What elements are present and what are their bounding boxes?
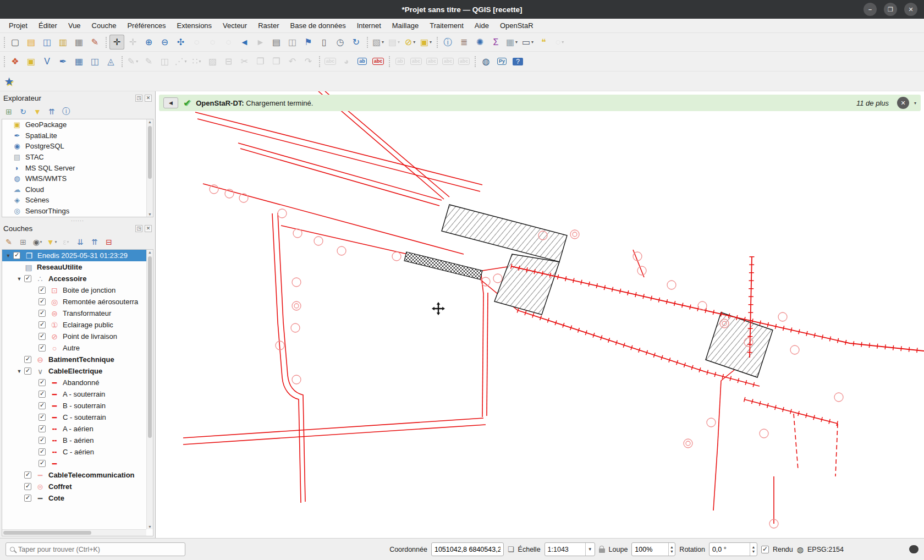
layer-row[interactable]: ▼ ∴ Accessoire: [2, 273, 153, 284]
messages-bubble-icon[interactable]: [909, 545, 919, 553]
modify-attributes-button[interactable]: ▨▾: [205, 54, 220, 69]
add-feature-button[interactable]: ⋰▾: [173, 54, 188, 69]
layer-visibility-checkbox[interactable]: [24, 495, 31, 502]
paste-features-button[interactable]: ❒▾: [269, 54, 284, 69]
menu-preferences[interactable]: Préférences: [122, 19, 171, 32]
cut-features-button[interactable]: ✂▾: [237, 54, 252, 69]
save-project-button[interactable]: ◫▾: [40, 35, 54, 50]
rotate-label-button[interactable]: abc▾: [441, 54, 455, 69]
filter-by-expression-button[interactable]: ε▾: [59, 236, 73, 248]
layer-visibility-checkbox[interactable]: [38, 344, 46, 352]
expander-icon[interactable]: ▼: [4, 253, 12, 259]
pan-map-button[interactable]: ✛▾: [109, 35, 124, 50]
scrollbar-thumb[interactable]: [148, 126, 152, 179]
zoom-to-selection-button[interactable]: ◌▾: [189, 35, 204, 50]
labeling-options-button[interactable]: abc▾: [323, 54, 338, 69]
scroll-up-icon[interactable]: ▲: [147, 120, 153, 124]
layer-row[interactable]: ▼ ❐ Enedis 2025-05-31 01:23:29: [2, 250, 153, 261]
layer-row[interactable]: ▼ ⊖ BatimentTechnique: [2, 354, 153, 365]
python-console-button[interactable]: Py▾: [494, 54, 509, 69]
map-tips-button[interactable]: ❝▾: [536, 35, 551, 50]
redo-button[interactable]: ↷▾: [301, 54, 316, 69]
layer-row[interactable]: ▼ ━ A - souterrain: [2, 388, 153, 400]
layer-visibility-checkbox[interactable]: [38, 425, 46, 432]
layer-visibility-checkbox[interactable]: [24, 367, 31, 375]
float-panel-button[interactable]: ◳: [135, 95, 142, 102]
pan-to-selection-button[interactable]: ✛▾: [125, 35, 140, 50]
scale-combobox[interactable]: 1:1043 ▼: [544, 542, 595, 556]
browser-sensorthings[interactable]: ◎SensorThings: [2, 206, 153, 217]
browser-spatialite[interactable]: ✒SpatiaLite: [2, 130, 153, 141]
layer-visibility-checkbox[interactable]: [24, 356, 31, 363]
menu-editer[interactable]: Éditer: [33, 19, 63, 32]
minimize-button[interactable]: –: [864, 3, 877, 16]
layers-hscrollbar[interactable]: [2, 529, 146, 536]
layer-row[interactable]: ▼ ① Eclairage public: [2, 319, 153, 331]
copy-features-button[interactable]: ❐▾: [253, 54, 268, 69]
new-print-layout-button[interactable]: ▥▾: [56, 35, 70, 50]
layer-row[interactable]: ▼ ○ Autre: [2, 342, 153, 354]
message-bar-dropdown-icon[interactable]: ▾: [914, 101, 916, 106]
save-layer-edits-button[interactable]: ◫▾: [157, 54, 172, 69]
diagram-options-button[interactable]: ◕▾: [339, 54, 354, 69]
help-button[interactable]: ?▾: [510, 54, 525, 69]
layer-row[interactable]: ▼ ━ Abandonné: [2, 377, 153, 388]
browser-stac[interactable]: ▤STAC: [2, 152, 153, 163]
crs-status[interactable]: EPSG:2154: [807, 546, 844, 553]
layer-visibility-checkbox[interactable]: [38, 298, 46, 305]
layer-row[interactable]: ▼ ◎ Remontée aérosouterra: [2, 296, 153, 308]
browser-geopackage[interactable]: ▣GeoPackage: [2, 119, 153, 130]
measure-line-button[interactable]: ▭▾: [520, 35, 535, 50]
layer-visibility-checkbox[interactable]: [38, 460, 46, 467]
deselect-features-button[interactable]: ⊘▾: [403, 35, 417, 50]
menu-base-de-donnees[interactable]: Base de données: [284, 19, 351, 32]
scroll-up-icon[interactable]: ▲: [147, 250, 153, 254]
new-project-button[interactable]: ▢▾: [8, 35, 23, 50]
locator-search-input[interactable]: [18, 546, 181, 553]
menu-vecteur[interactable]: Vecteur: [217, 19, 252, 32]
pin-labels-button[interactable]: ab▾: [393, 54, 408, 69]
coordinate-extent-toggle-icon[interactable]: ❏: [508, 545, 514, 553]
chevron-down-icon[interactable]: ▼: [585, 543, 595, 556]
zoom-in-button[interactable]: ⊕▾: [141, 35, 156, 50]
menu-maillage[interactable]: Maillage: [387, 19, 424, 32]
collapse-all-button[interactable]: ⇈▾: [45, 106, 58, 118]
layer-visibility-checkbox[interactable]: [38, 437, 46, 444]
layer-row[interactable]: ▼ ╍ A - aérien: [2, 423, 153, 435]
layer-visibility-checkbox[interactable]: [38, 414, 46, 421]
menu-couche[interactable]: Couche: [86, 19, 122, 32]
menu-aide[interactable]: Aide: [469, 19, 494, 32]
new-mesh-layer-button[interactable]: ◬▾: [103, 54, 118, 69]
browser-vscrollbar[interactable]: ▲ ▼: [146, 119, 153, 217]
change-label-button[interactable]: abc▾: [457, 54, 471, 69]
new-shapefile-layer-button[interactable]: V▾: [40, 54, 54, 69]
manage-map-themes-button[interactable]: ◉▾: [31, 236, 44, 248]
move-label-button[interactable]: abc▾: [425, 54, 439, 69]
vertex-tool-button[interactable]: ∷▾: [189, 54, 204, 69]
layer-row[interactable]: ▼ ╍ C - aérien: [2, 446, 153, 458]
layer-row[interactable]: ▼ ∨ CableElectrique: [2, 365, 153, 377]
properties-widget-button[interactable]: ⓘ▾: [59, 106, 73, 118]
select-by-location-button[interactable]: ▣▾: [419, 35, 433, 50]
layer-visibility-checkbox[interactable]: [38, 379, 46, 386]
menu-extensions[interactable]: Extensions: [172, 19, 218, 32]
layer-visibility-checkbox[interactable]: [38, 287, 46, 294]
menu-vue[interactable]: Vue: [63, 19, 86, 32]
open-layer-styling-button[interactable]: ✎▾: [2, 236, 15, 248]
expander-icon[interactable]: ▼: [15, 369, 23, 374]
layer-row[interactable]: ▼ ━: [2, 458, 153, 469]
show-layout-manager-button[interactable]: ▦▾: [72, 35, 86, 50]
delete-selected-button[interactable]: ⊟▾: [221, 54, 236, 69]
expand-all-button[interactable]: ⇊▾: [74, 236, 87, 248]
zoom-next-button[interactable]: ►▾: [253, 35, 268, 50]
close-panel-button[interactable]: ✕: [145, 225, 152, 232]
zoom-last-button[interactable]: ◄▾: [237, 35, 252, 50]
close-message-button[interactable]: ✕: [897, 97, 909, 109]
filter-browser-button[interactable]: ▼▾: [31, 106, 44, 118]
spinner-arrows-icon[interactable]: ▲▼: [750, 543, 757, 556]
select-features-button[interactable]: ▧▾: [371, 35, 386, 50]
current-edits-button[interactable]: ✎▾: [125, 54, 140, 69]
browser-postgresql[interactable]: ◉PostgreSQL: [2, 141, 153, 152]
show-spatial-bookmarks-button[interactable]: ▯▾: [317, 35, 332, 50]
map-canvas[interactable]: ◀ ✔ OpenStaR-DT: Chargement terminé. 11 …: [156, 91, 924, 538]
